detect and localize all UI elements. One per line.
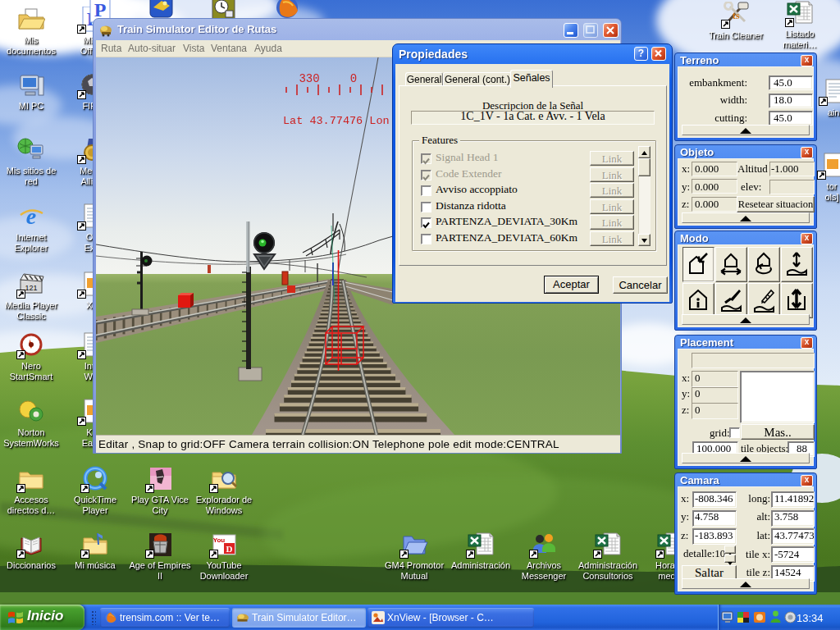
svg-text:You: You [213,536,226,544]
svg-text:D: D [226,544,233,554]
svg-text:121: 121 [25,284,37,292]
svg-text:e: e [26,203,36,229]
svg-text:330: 330 [299,72,319,85]
svg-text:ts: ts [733,10,740,21]
svg-text:0: 0 [350,72,357,85]
svg-text:Lat 43.77476 Lon 1: Lat 43.77476 Lon 1 [283,115,403,127]
